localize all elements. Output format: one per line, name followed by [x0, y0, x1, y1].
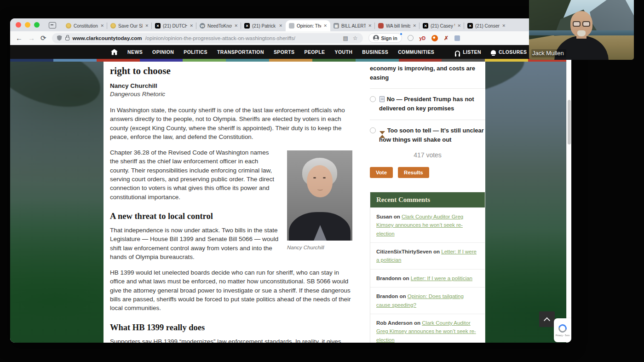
comment-connector: on	[433, 249, 440, 254]
comment-connector: on	[394, 214, 400, 219]
close-tab-icon[interactable]: ✕	[279, 23, 282, 28]
nav-opinion[interactable]: OPINION	[152, 49, 174, 55]
close-tab-icon[interactable]: ✕	[100, 23, 104, 28]
browser-toolbar: ← → ⟳ www.clarkcountytoday.com/opinion/o…	[10, 31, 571, 45]
scrollbar-thumb[interactable]	[568, 100, 571, 144]
close-tab-icon[interactable]: ✕	[413, 23, 416, 28]
tab-casey[interactable]: (21) Casey Whal✕	[420, 20, 464, 31]
address-bar[interactable]: www.clarkcountytoday.com/opinion/opinion…	[52, 33, 363, 43]
tab-strip: Constitutional S✕ Save Our Sheriff✕ (21)…	[10, 18, 571, 31]
extension-partial-icon[interactable]	[454, 35, 460, 41]
comment-item: Brandon on Opinion: Does tailgating caus…	[370, 287, 485, 314]
tab-needtoknow[interactable]: NeedToKnow.Ne✕	[196, 20, 241, 31]
comment-article-link[interactable]: Letter: If I were a politician	[411, 276, 472, 281]
extension-fox-icon[interactable]: ✗	[444, 35, 448, 41]
poll-option-too-soon[interactable]: Too soon to tell — It’s still unclear ho…	[370, 126, 485, 144]
close-window-button[interactable]	[16, 22, 21, 28]
bookmark-star-icon[interactable]: ☆	[353, 35, 358, 41]
gold-badge-favicon	[110, 23, 116, 29]
extension-orange-icon[interactable]	[431, 35, 438, 41]
back-button[interactable]: ←	[16, 34, 23, 41]
extension-circle-icon[interactable]	[408, 35, 414, 41]
radio-button[interactable]	[370, 96, 376, 102]
tab-dutch[interactable]: (21) DUTCH on✕	[152, 20, 196, 31]
browser-scrollbar[interactable]	[566, 58, 571, 343]
author-photo	[287, 150, 352, 241]
nav-youth[interactable]: YOUTH	[335, 49, 353, 55]
results-button[interactable]: Results	[398, 167, 429, 178]
tab-label: (21) Casey Whal	[431, 23, 455, 29]
close-tab-icon[interactable]: ✕	[502, 23, 506, 28]
lock-icon[interactable]	[65, 37, 69, 40]
headphones-icon	[455, 51, 460, 55]
tab-overview-icon[interactable]	[49, 22, 56, 29]
recaptcha-badge[interactable]: Privacy - Term	[554, 318, 571, 342]
zoom-window-button[interactable]	[34, 22, 40, 28]
nav-news[interactable]: NEWS	[127, 49, 143, 55]
sign-in-button[interactable]: Sign in	[368, 33, 402, 43]
tab-conservative[interactable]: (21) Conservativ✕	[464, 20, 509, 31]
recaptcha-privacy-label: Privacy - Term	[556, 334, 570, 336]
recent-comments-title: Recent Comments	[370, 192, 485, 207]
close-tab-icon[interactable]: ✕	[457, 23, 461, 28]
nav-closures[interactable]: CLOSURES	[491, 49, 527, 55]
comment-author: Susan	[376, 214, 392, 219]
close-tab-icon[interactable]: ✕	[368, 23, 372, 28]
recent-comments-panel: Recent Comments Susan on Clark County Au…	[370, 192, 485, 343]
radio-button[interactable]	[370, 127, 376, 133]
nav-listen[interactable]: LISTEN	[455, 49, 481, 55]
comment-connector: on	[403, 276, 409, 281]
shield-icon[interactable]	[57, 35, 62, 41]
x-favicon	[155, 23, 161, 29]
close-tab-icon[interactable]: ✕	[234, 23, 238, 28]
content-container: right to choose Nancy Churchill Dangerou…	[104, 62, 485, 343]
tab-patrick[interactable]: (21) Patrick Colb✕	[241, 20, 286, 31]
comment-item: Brandonn on Letter: If I were a politici…	[370, 269, 485, 287]
tab-wa-bill[interactable]: WA bill limits tra✕	[375, 20, 420, 31]
poll-option-text: No — President Trump has not delivered o…	[379, 95, 485, 113]
tab-opinion-active[interactable]: Opinion: The pro✕	[286, 20, 330, 31]
nav-transportation[interactable]: TRANSPORTATION	[217, 49, 264, 55]
nav-sports[interactable]: SPORTS	[274, 49, 295, 55]
article-paragraph: In Washington state, the county sheriff …	[110, 106, 352, 141]
nav-business[interactable]: BUSINESS	[362, 49, 388, 55]
tab-label: BILL ALERT: SB	[341, 23, 366, 29]
photo-caption: Nancy Churchill	[287, 245, 352, 250]
gold-badge-favicon	[66, 23, 71, 29]
bell-icon	[491, 50, 496, 54]
close-tab-icon[interactable]: ✕	[323, 23, 327, 28]
tab-label: (21) DUTCH on	[163, 23, 187, 29]
forward-button[interactable]: →	[28, 34, 35, 41]
reload-button[interactable]: ⟳	[40, 34, 46, 41]
reader-mode-icon[interactable]: ▤	[343, 35, 348, 41]
nav-people[interactable]: PEOPLE	[305, 49, 325, 55]
tab-label: Constitutional S	[74, 23, 98, 29]
vote-button[interactable]: Vote	[370, 167, 393, 178]
close-tab-icon[interactable]: ✕	[145, 23, 149, 28]
tab-label: Opinion: The pro	[297, 23, 321, 29]
sidebar: economy is improving, and costs are easi…	[370, 62, 485, 343]
nav-home[interactable]	[111, 49, 118, 55]
minimize-window-button[interactable]	[25, 22, 30, 28]
tab-constitutional[interactable]: Constitutional S✕	[63, 20, 107, 31]
chevron-up-icon	[544, 317, 550, 324]
scroll-to-top-button[interactable]	[539, 311, 555, 327]
author-photo-figure: Nancy Churchill	[287, 150, 352, 250]
close-tab-icon[interactable]: ✕	[190, 23, 193, 28]
poll-option-no[interactable]: No — President Trump has not delivered o…	[370, 95, 485, 113]
poll-buttons: Vote Results	[370, 167, 485, 178]
comment-author: Rob Anderson	[376, 320, 413, 326]
nav-politics[interactable]: POLITICS	[184, 49, 207, 55]
nav-communities[interactable]: COMMUNITIES	[398, 49, 434, 55]
divider	[370, 120, 485, 120]
tab-bill-alert[interactable]: BILL ALERT: SB✕	[330, 20, 375, 31]
tab-save-our-sheriff[interactable]: Save Our Sheriff✕	[107, 20, 152, 31]
extension-yd-icon[interactable]: yD	[420, 35, 426, 41]
comment-author: Brandon	[376, 293, 398, 299]
home-icon	[111, 49, 118, 55]
divider	[370, 88, 485, 89]
recaptcha-logo-icon	[557, 322, 569, 334]
tree-branch-decoration	[10, 62, 108, 119]
webcam-overlay: Jack Mullen	[529, 0, 634, 60]
video-frame: Constitutional S✕ Save Our Sheriff✕ (21)…	[0, 0, 644, 362]
